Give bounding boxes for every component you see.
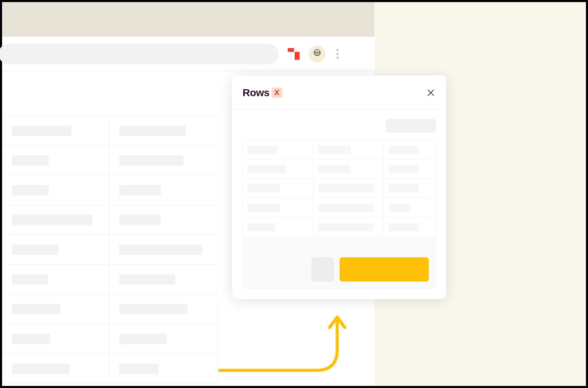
skeleton-cell — [248, 184, 280, 193]
svg-point-3 — [315, 52, 316, 53]
dot-icon — [336, 53, 339, 55]
skeleton-cell — [389, 165, 418, 173]
avatar-face-icon — [311, 48, 323, 60]
skeleton-cell — [119, 363, 159, 374]
skeleton-cell — [318, 184, 373, 193]
skeleton-cell — [12, 215, 92, 225]
extension-logo-icon — [288, 48, 300, 60]
skeleton-cell — [318, 204, 373, 212]
skeleton-cell — [119, 244, 202, 255]
skeleton-cell — [389, 184, 418, 193]
skeleton-pill — [386, 119, 436, 133]
skeleton-cell — [248, 223, 275, 231]
dot-icon — [336, 57, 339, 59]
table-row — [2, 354, 218, 383]
popup-footer — [243, 257, 436, 288]
extension-icon[interactable] — [285, 46, 302, 62]
table-row — [243, 140, 436, 159]
skeleton-cell — [12, 185, 49, 195]
close-button[interactable] — [426, 87, 436, 98]
primary-action-button[interactable] — [340, 257, 429, 281]
popup-preview-panel — [243, 140, 436, 289]
table-row — [2, 324, 218, 354]
skeleton-cell — [119, 215, 161, 225]
skeleton-cell — [12, 363, 69, 374]
skeleton-cell — [12, 126, 72, 136]
popup-spacer — [243, 237, 436, 257]
popup-header: Rows X — [232, 75, 446, 110]
popup-subheader — [232, 110, 446, 133]
dot-icon — [336, 49, 339, 51]
table-row — [243, 198, 436, 218]
browser-toolbar — [2, 37, 374, 71]
table-row — [243, 218, 436, 237]
table-row — [2, 205, 218, 235]
rows-popup: Rows X — [232, 75, 446, 299]
skeleton-cell — [248, 204, 280, 212]
url-bar[interactable] — [0, 44, 278, 64]
skeleton-cell — [248, 165, 286, 173]
skeleton-cell — [119, 185, 161, 195]
skeleton-cell — [318, 223, 373, 231]
skeleton-cell — [318, 146, 351, 154]
mini-table — [243, 140, 436, 237]
table-row — [243, 179, 436, 198]
profile-avatar[interactable] — [309, 46, 325, 62]
table-row — [2, 294, 218, 324]
browser-more-button[interactable] — [332, 49, 343, 59]
table-row — [2, 146, 218, 175]
skeleton-cell — [12, 244, 58, 255]
svg-point-4 — [318, 52, 319, 53]
skeleton-cell — [389, 223, 418, 231]
table-row — [2, 175, 218, 205]
skeleton-cell — [389, 146, 418, 154]
skeleton-cell — [248, 146, 277, 154]
table-row — [2, 235, 218, 265]
popup-badge: X — [272, 87, 282, 98]
popup-title: Rows — [243, 87, 269, 99]
popup-content — [232, 133, 446, 299]
browser-tab-strip — [2, 2, 374, 37]
table-row — [2, 265, 218, 294]
skeleton-cell — [119, 155, 183, 166]
skeleton-cell — [119, 334, 167, 344]
skeleton-cell — [12, 155, 49, 166]
skeleton-cell — [318, 165, 351, 173]
close-icon — [427, 89, 435, 97]
skeleton-cell — [119, 126, 186, 136]
cancel-button[interactable] — [311, 257, 334, 281]
skeleton-cell — [119, 274, 175, 285]
skeleton-cell — [12, 304, 60, 314]
skeleton-cell — [389, 204, 409, 212]
background-table — [2, 116, 218, 384]
skeleton-cell — [12, 274, 48, 285]
skeleton-cell — [119, 304, 188, 314]
skeleton-cell — [12, 334, 50, 344]
table-row — [2, 116, 218, 146]
table-row — [243, 159, 436, 179]
